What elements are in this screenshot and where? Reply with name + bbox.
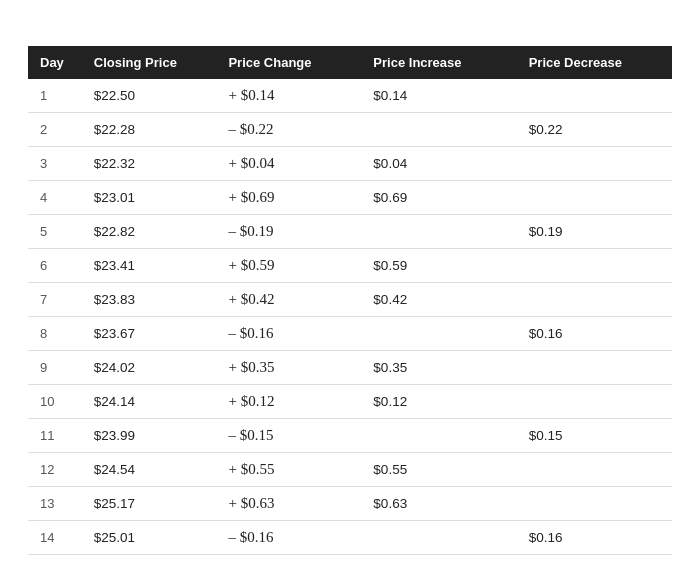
cell-price-change: + $0.14 [216,79,361,113]
cell-price-increase [361,419,516,453]
cell-closing-price: $25.17 [82,487,217,521]
cell-price-decrease [517,249,672,283]
table-row: 5$22.82– $0.19$0.19 [28,215,672,249]
cell-price-increase: $0.14 [361,79,516,113]
cell-closing-price: $24.14 [82,385,217,419]
cell-price-increase: $0.42 [361,283,516,317]
cell-price-increase [361,113,516,147]
table-row: 7$23.83+ $0.42$0.42 [28,283,672,317]
cell-price-decrease: $0.15 [517,419,672,453]
cell-price-increase [361,215,516,249]
cell-price-decrease: $0.16 [517,521,672,555]
cell-price-decrease: $0.19 [517,215,672,249]
cell-price-increase: $0.04 [361,147,516,181]
cell-day: 12 [28,453,82,487]
table-row: 8$23.67– $0.16$0.16 [28,317,672,351]
cell-price-decrease [517,487,672,521]
cell-closing-price: $23.99 [82,419,217,453]
table-row: 10$24.14+ $0.12$0.12 [28,385,672,419]
cell-price-change: + $0.12 [216,385,361,419]
cell-closing-price: $22.28 [82,113,217,147]
cell-day: 7 [28,283,82,317]
cell-price-increase: $0.35 [361,351,516,385]
cell-price-change: – $0.22 [216,113,361,147]
table-row: 3$22.32+ $0.04$0.04 [28,147,672,181]
cell-price-increase: $0.12 [361,385,516,419]
table-row: 9$24.02+ $0.35$0.35 [28,351,672,385]
cell-price-decrease: $0.22 [517,113,672,147]
cell-day: 5 [28,215,82,249]
cell-price-change: – $0.16 [216,317,361,351]
cell-price-change: + $0.35 [216,351,361,385]
col-header-price-increase: Price Increase [361,46,516,79]
table-header-row: Day Closing Price Price Change Price Inc… [28,46,672,79]
cell-price-change: + $0.63 [216,487,361,521]
col-header-day: Day [28,46,82,79]
cell-day: 13 [28,487,82,521]
cell-price-decrease [517,385,672,419]
cell-price-decrease [517,283,672,317]
table-row: 14$25.01– $0.16$0.16 [28,521,672,555]
cell-price-increase: $0.69 [361,181,516,215]
cell-price-change: + $0.59 [216,249,361,283]
table-row: 11$23.99– $0.15$0.15 [28,419,672,453]
cell-price-change: – $0.16 [216,521,361,555]
cell-price-change: + $0.69 [216,181,361,215]
cell-closing-price: $24.02 [82,351,217,385]
cell-closing-price: $23.67 [82,317,217,351]
cell-closing-price: $23.41 [82,249,217,283]
cell-price-increase: $0.55 [361,453,516,487]
cell-price-increase [361,521,516,555]
cell-day: 1 [28,79,82,113]
cell-day: 2 [28,113,82,147]
cell-price-increase [361,317,516,351]
col-header-price-change: Price Change [216,46,361,79]
cell-price-change: – $0.19 [216,215,361,249]
table-row: 2$22.28– $0.22$0.22 [28,113,672,147]
col-header-price-decrease: Price Decrease [517,46,672,79]
cell-closing-price: $23.83 [82,283,217,317]
cell-price-increase: $0.63 [361,487,516,521]
stock-price-table: Day Closing Price Price Change Price Inc… [28,46,672,555]
cell-price-decrease [517,79,672,113]
cell-day: 10 [28,385,82,419]
cell-closing-price: $24.54 [82,453,217,487]
cell-price-change: + $0.04 [216,147,361,181]
table-row: 4$23.01+ $0.69$0.69 [28,181,672,215]
cell-price-decrease: $0.16 [517,317,672,351]
cell-price-increase: $0.59 [361,249,516,283]
table-row: 12$24.54+ $0.55$0.55 [28,453,672,487]
cell-closing-price: $22.32 [82,147,217,181]
cell-price-change: – $0.15 [216,419,361,453]
table-row: 1$22.50+ $0.14$0.14 [28,79,672,113]
cell-price-change: + $0.55 [216,453,361,487]
cell-day: 8 [28,317,82,351]
cell-price-decrease [517,453,672,487]
cell-day: 9 [28,351,82,385]
table-row: 13$25.17+ $0.63$0.63 [28,487,672,521]
cell-price-decrease [517,181,672,215]
cell-closing-price: $25.01 [82,521,217,555]
cell-day: 4 [28,181,82,215]
col-header-closing-price: Closing Price [82,46,217,79]
cell-day: 3 [28,147,82,181]
cell-day: 14 [28,521,82,555]
cell-day: 11 [28,419,82,453]
cell-day: 6 [28,249,82,283]
cell-price-decrease [517,351,672,385]
cell-closing-price: $22.50 [82,79,217,113]
cell-price-change: + $0.42 [216,283,361,317]
table-row: 6$23.41+ $0.59$0.59 [28,249,672,283]
cell-price-decrease [517,147,672,181]
cell-closing-price: $23.01 [82,181,217,215]
cell-closing-price: $22.82 [82,215,217,249]
